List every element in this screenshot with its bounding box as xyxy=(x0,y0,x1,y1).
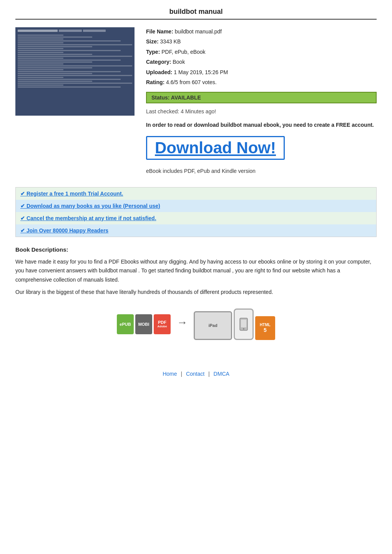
ipad-device: iPad xyxy=(194,311,232,340)
benefits-section: ✔ Register a free 1 month Trial Account.… xyxy=(15,187,377,237)
footer-sep-2: | xyxy=(208,371,210,377)
svg-point-2 xyxy=(243,328,244,330)
last-checked: Last checked: 4 Minutes ago! xyxy=(146,107,377,116)
book-desc-heading: Book Descriptions: xyxy=(15,246,377,253)
html5-icon: HTML 5 xyxy=(255,316,275,340)
book-desc-paragraph-2: Our library is the biggest of these that… xyxy=(15,288,377,297)
rating-value: 4.6/5 from 607 votes. xyxy=(166,79,217,85)
uploaded-label: Uploaded: xyxy=(146,69,172,75)
uploaded-value: 1 May 2019, 15:26 PM xyxy=(174,69,228,75)
category-value: Book xyxy=(173,59,185,65)
pdf-icon: PDF Adobe xyxy=(154,314,171,334)
type-label: Type: xyxy=(146,49,160,55)
svg-rect-1 xyxy=(241,320,246,327)
size-row: Size: 3343 KB xyxy=(146,37,377,46)
download-btn-wrapper[interactable]: Download Now! xyxy=(146,136,377,160)
rating-row: Rating: 4.6/5 from 607 votes. xyxy=(146,78,377,86)
mobi-icon: MOBI xyxy=(135,314,152,334)
page-footer: Home | Contact | DMCA xyxy=(15,363,377,377)
benefit-item-2[interactable]: ✔ Download as many books as you like (Pe… xyxy=(16,200,376,212)
book-info: File Name: buildbot manual.pdf Size: 334… xyxy=(146,27,377,176)
status-badge: Status: AVAILABLE xyxy=(146,92,377,103)
size-label: Size: xyxy=(146,38,159,45)
file-name-row: File Name: buildbot manual.pdf xyxy=(146,27,377,36)
arrow-icon: → xyxy=(177,316,188,328)
type-row: Type: PDF, ePub, eBook xyxy=(146,48,377,56)
book-descriptions-section: Book Descriptions: We have made it easy … xyxy=(15,246,377,297)
type-value: PDF, ePub, eBook xyxy=(161,49,205,55)
file-name-label: File Name: xyxy=(146,28,173,35)
category-label: Category: xyxy=(146,59,171,65)
footer-dmca-link[interactable]: DMCA xyxy=(214,371,229,377)
cta-text: In order to read or download buildbot ma… xyxy=(146,121,377,129)
footer-sep-1: | xyxy=(181,371,182,377)
footer-home-link[interactable]: Home xyxy=(163,371,177,377)
size-value: 3343 KB xyxy=(160,38,181,45)
page-header: buildbot manual xyxy=(15,8,377,20)
device-illustration: ePUB MOBI PDF Adobe → iPad xyxy=(15,309,377,340)
ebook-includes: eBook includes PDF, ePub and Kindle vers… xyxy=(146,167,377,175)
download-now-button[interactable]: Download Now! xyxy=(146,136,285,160)
rating-label: Rating: xyxy=(146,79,164,85)
book-desc-paragraph-1: We have made it easy for you to find a P… xyxy=(15,257,377,285)
book-thumbnail xyxy=(15,27,135,116)
phone-device xyxy=(234,309,254,340)
epub-icon: ePUB xyxy=(117,314,134,334)
top-section: File Name: buildbot manual.pdf Size: 334… xyxy=(15,27,377,176)
footer-contact-link[interactable]: Contact xyxy=(186,371,204,377)
format-icons-group: ePUB MOBI PDF Adobe xyxy=(117,314,171,334)
ipad-label: iPad xyxy=(208,323,217,328)
benefit-item-3[interactable]: ✔ Cancel the membership at any time if n… xyxy=(16,212,376,224)
file-name-value: buildbot manual.pdf xyxy=(175,28,222,35)
category-row: Category: Book xyxy=(146,58,377,66)
page-title: buildbot manual xyxy=(15,8,377,16)
device-group: iPad HTML 5 xyxy=(194,309,275,340)
uploaded-row: Uploaded: 1 May 2019, 15:26 PM xyxy=(146,68,377,76)
benefit-item-1[interactable]: ✔ Register a free 1 month Trial Account. xyxy=(16,187,376,200)
benefit-item-4[interactable]: ✔ Join Over 80000 Happy Readers xyxy=(16,224,376,237)
